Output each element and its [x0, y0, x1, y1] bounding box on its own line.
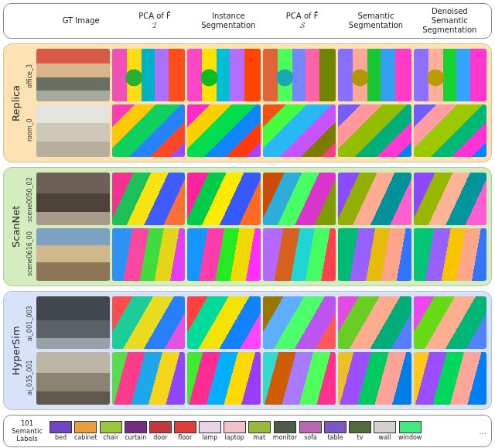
thumb-row [36, 352, 486, 405]
legend-swatch: lamp [199, 421, 221, 441]
thumb-row [36, 104, 486, 157]
thumb-grid [36, 296, 486, 405]
thumb [263, 104, 336, 157]
legend-swatch-label: window [398, 434, 422, 441]
column-header-line1: Semantic [358, 12, 394, 20]
legend-swatch-label: cabinet [74, 434, 97, 441]
thumb [338, 173, 411, 225]
legend-swatch: wall [374, 421, 396, 441]
dataset-label: ScanNet [9, 173, 22, 281]
thumb [187, 49, 261, 101]
legend-swatch: door [149, 421, 172, 441]
legend-swatch-label: monitor [273, 434, 297, 441]
thumb [263, 296, 336, 349]
column-header-line2: 𝓘 [138, 21, 171, 30]
legend-swatch: window [398, 421, 422, 441]
legend-title: 101 Semantic Labels [9, 419, 46, 443]
thumb [263, 173, 336, 225]
legend-swatch: sofa [299, 421, 322, 441]
legend-swatch-box [274, 421, 296, 433]
thumb [414, 49, 487, 101]
scene-label-col: office_3room_0 [22, 49, 36, 157]
legend-swatch-box [125, 421, 147, 433]
thumb [263, 49, 336, 101]
legend-swatch-box [174, 421, 196, 433]
thumb [36, 296, 110, 349]
legend-swatch-label: wall [379, 434, 391, 441]
column-header-row: GT ImagePCA of F̂𝓘InstanceSegmentationPC… [3, 3, 492, 39]
legend-swatch-box [149, 421, 172, 433]
thumb [414, 173, 487, 225]
thumb-row [36, 296, 486, 349]
legend-swatch-label: lamp [202, 434, 217, 441]
column-header-1: PCA of F̂𝓘 [118, 7, 191, 35]
thumb-grid [36, 173, 486, 281]
legend-count: 101 [9, 419, 46, 427]
legend-swatches: bedcabinetchaircurtaindoorfloorlamplapto… [50, 421, 473, 441]
legend-swatch-box [324, 421, 346, 433]
column-header-4: SemanticSegmentation [339, 7, 412, 35]
legend-swatch-box [349, 421, 371, 433]
legend-swatch: table [324, 421, 346, 441]
column-header-line1: Instance [212, 12, 245, 20]
column-header-line2: 𝓢 [286, 21, 319, 30]
legend-swatch-box [224, 421, 246, 433]
thumb [112, 228, 186, 281]
column-header-line2: Segmentation [415, 26, 485, 35]
thumb [263, 228, 336, 281]
scene-label: scene0616_00 [22, 227, 36, 281]
thumb [187, 352, 261, 405]
thumb [414, 228, 487, 281]
thumb-row [36, 173, 486, 225]
scene-label: ai_001_003 [22, 296, 36, 351]
legend-swatch-label: laptop [225, 434, 244, 441]
legend-swatch: mat [248, 421, 271, 441]
legend-swatch-box [399, 421, 422, 433]
legend-swatch-label: tv [357, 434, 364, 441]
thumb-grid [36, 49, 486, 157]
legend-word-1: Semantic [9, 427, 46, 435]
thumb [338, 352, 411, 405]
legend-swatch-label: table [327, 434, 343, 441]
scene-label: room_0 [22, 103, 36, 157]
legend-swatch-label: chair [103, 434, 118, 441]
thumb [338, 228, 411, 281]
figure-root: GT ImagePCA of F̂𝓘InstanceSegmentationPC… [0, 0, 495, 448]
legend-swatch-label: bed [55, 434, 67, 441]
legend-word-2: Labels [9, 435, 46, 443]
thumb [414, 104, 487, 157]
scene-label: scene0050_02 [22, 173, 36, 227]
scene-label: office_3 [22, 49, 36, 103]
dataset-block-scannet: ScanNetscene0050_02scene0616_00 [3, 167, 492, 286]
thumb [112, 49, 186, 101]
thumb [414, 352, 487, 405]
legend-swatch: cabinet [74, 421, 97, 441]
legend-swatch: bed [50, 421, 72, 441]
thumb [187, 228, 261, 281]
thumb [338, 104, 411, 157]
dataset-label: HyperSim [9, 296, 22, 405]
semantic-legend: 101 Semantic Labels bedcabinetchaircurta… [3, 415, 492, 447]
thumb [36, 49, 110, 101]
scene-label-col: scene0050_02scene0616_00 [22, 173, 36, 281]
legend-swatch-label: door [153, 434, 167, 441]
legend-swatch-label: floor [178, 434, 192, 441]
dataset-blocks: Replicaoffice_3room_0ScanNetscene0050_02… [3, 43, 492, 410]
thumb [338, 49, 411, 101]
thumb [112, 173, 186, 225]
legend-swatch-label: mat [253, 434, 265, 441]
thumb [414, 296, 487, 349]
legend-swatch: chair [100, 421, 122, 441]
scene-label: ai_035_001 [22, 351, 36, 405]
legend-swatch-box [374, 421, 396, 433]
legend-swatch: laptop [224, 421, 246, 441]
column-header-line1: Denoised Semantic [432, 7, 468, 25]
thumb [36, 352, 110, 405]
legend-swatch: monitor [273, 421, 297, 441]
dataset-label: Replica [9, 49, 22, 157]
column-header-5: Denoised SemanticSegmentation [413, 7, 486, 35]
thumb [187, 104, 261, 157]
legend-swatch-box [74, 421, 97, 433]
thumb-row [36, 228, 486, 281]
thumb [112, 296, 186, 349]
